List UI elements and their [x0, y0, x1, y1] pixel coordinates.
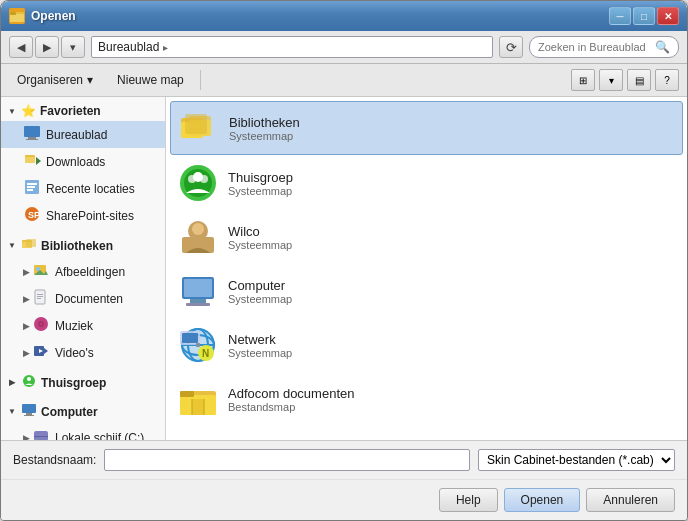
svg-rect-71	[192, 399, 204, 415]
file-item-thuisgroep[interactable]: Thuisgroep Systeemmap	[170, 157, 683, 209]
file-item-adfocom[interactable]: Adfocom documenten Bestandsmap	[170, 373, 683, 425]
filename-input[interactable]	[104, 449, 470, 471]
preview-pane-button[interactable]: ▤	[627, 69, 651, 91]
help-icon: ?	[664, 75, 670, 86]
window-title: Openen	[31, 9, 609, 23]
breadcrumb-bar[interactable]: Bureaublad ▸	[91, 36, 493, 58]
svg-rect-56	[190, 299, 206, 303]
open-button[interactable]: Openen	[504, 488, 581, 512]
maximize-button[interactable]: □	[633, 7, 655, 25]
svg-rect-44	[185, 114, 207, 134]
file-item-netwerk[interactable]: N Netwerk Systeemmap	[170, 319, 683, 371]
sidebar-item-label-downloads: Downloads	[46, 155, 105, 169]
sidebar-item-documenten[interactable]: ▶ Documenten	[1, 285, 165, 312]
new-folder-button[interactable]: Nieuwe map	[109, 68, 192, 92]
sidebar-item-lokale-schijf[interactable]: ▶ Lokale schijf (C:)	[1, 424, 165, 440]
toolbar: Organiseren ▾ Nieuwe map ⊞ ▾ ▤ ?	[1, 64, 687, 97]
file-item-computer[interactable]: Computer Systeemmap	[170, 265, 683, 317]
sidebar-item-afbeeldingen[interactable]: ▶ Afbeeldingen	[1, 258, 165, 285]
sidebar-item-downloads[interactable]: Downloads	[1, 148, 165, 175]
folder-file-icon	[178, 379, 218, 419]
sidebar-header-bibliotheken[interactable]: ▼ Bibliotheken	[1, 233, 165, 258]
pictures-icon	[32, 261, 50, 282]
file-name-thuisgroep: Thuisgroep	[228, 170, 293, 185]
sidebar-section-favorieten: ▼ ⭐ Favorieten Bureaublad Downloads	[1, 101, 165, 229]
svg-point-49	[193, 172, 203, 182]
network-file-icon: N	[178, 325, 218, 365]
help-button[interactable]: ?	[655, 69, 679, 91]
nav-buttons: ◀ ▶ ▾	[9, 36, 85, 58]
title-bar: Openen ─ □ ✕	[1, 1, 687, 31]
svg-rect-57	[186, 303, 210, 306]
svg-rect-64	[182, 333, 198, 343]
action-bar: Help Openen Annuleren	[1, 479, 687, 520]
file-info-bibliotheken: Bibliotheken Systeemmap	[229, 115, 300, 142]
forward-button[interactable]: ▶	[35, 36, 59, 58]
svg-rect-10	[27, 183, 37, 185]
preview-icon: ▤	[635, 75, 644, 86]
refresh-button[interactable]: ⟳	[499, 36, 523, 58]
sidebar-label-favorieten: Favorieten	[40, 104, 101, 118]
svg-rect-4	[28, 137, 36, 139]
svg-rect-2	[10, 12, 16, 15]
search-input[interactable]	[538, 41, 651, 53]
sidebar-item-muziek[interactable]: ▶ Muziek	[1, 312, 165, 339]
desktop-icon	[23, 124, 41, 145]
cancel-button[interactable]: Annuleren	[586, 488, 675, 512]
sidebar-item-label-sharepoint: SharePoint-sites	[46, 209, 134, 223]
svg-rect-65	[196, 343, 200, 347]
sidebar-item-videos[interactable]: ▶ Video's	[1, 339, 165, 366]
svg-text:N: N	[202, 348, 209, 359]
computer-icon-sidebar	[21, 402, 37, 421]
file-type-wilco: Systeemmap	[228, 239, 292, 251]
sidebar-section-thuisgroep: ▶ Thuisgroep	[1, 370, 165, 395]
svg-rect-23	[37, 294, 43, 295]
svg-rect-12	[27, 189, 33, 191]
file-name-adfocom: Adfocom documenten	[228, 386, 354, 401]
filetype-select[interactable]: Skin Cabinet-bestanden (*.cab) Alle best…	[478, 449, 675, 471]
file-type-computer: Systeemmap	[228, 293, 292, 305]
view-toggle-button[interactable]: ⊞	[571, 69, 595, 91]
organize-button[interactable]: Organiseren ▾	[9, 68, 101, 92]
breadcrumb-root: Bureaublad	[98, 40, 159, 54]
file-type-netwerk: Systeemmap	[228, 347, 292, 359]
svg-point-28	[40, 323, 42, 325]
sidebar-header-favorieten[interactable]: ▼ ⭐ Favorieten	[1, 101, 165, 121]
svg-point-33	[27, 377, 31, 381]
sidebar-item-bureaublad[interactable]: Bureaublad	[1, 121, 165, 148]
svg-marker-30	[44, 348, 48, 354]
close-button[interactable]: ✕	[657, 7, 679, 25]
view-icon: ⊞	[579, 75, 587, 86]
minimize-button[interactable]: ─	[609, 7, 631, 25]
file-name-wilco: Wilco	[228, 224, 292, 239]
file-item-bibliotheken[interactable]: Bibliotheken Systeemmap	[170, 101, 683, 155]
expand-icon-thuisgroep: ▶	[5, 376, 19, 390]
svg-rect-34	[22, 404, 36, 413]
search-bar: 🔍	[529, 36, 679, 58]
svg-rect-11	[27, 186, 35, 188]
sidebar-header-thuisgroep[interactable]: ▶ Thuisgroep	[1, 370, 165, 395]
svg-rect-1	[10, 14, 24, 22]
svg-rect-24	[37, 296, 43, 297]
view-dropdown-button[interactable]: ▾	[599, 69, 623, 91]
sidebar-section-bibliotheken: ▼ Bibliotheken ▶ Afbeeldingen ▶	[1, 233, 165, 366]
expand-documenten: ▶	[23, 294, 30, 304]
back-button[interactable]: ◀	[9, 36, 33, 58]
sidebar-item-recente-locaties[interactable]: Recente locaties	[1, 175, 165, 202]
svg-rect-37	[34, 431, 48, 440]
sidebar-item-label-bureaublad: Bureaublad	[46, 128, 107, 142]
sidebar-header-computer[interactable]: ▼ Computer	[1, 399, 165, 424]
filename-label: Bestandsnaam:	[13, 453, 96, 467]
file-item-wilco[interactable]: Wilco Systeemmap	[170, 211, 683, 263]
sidebar-item-sharepoint[interactable]: SP SharePoint-sites	[1, 202, 165, 229]
svg-rect-3	[24, 126, 40, 137]
toolbar-right: ⊞ ▾ ▤ ?	[571, 69, 679, 91]
svg-rect-55	[184, 279, 212, 297]
help-button-action[interactable]: Help	[439, 488, 498, 512]
search-icon: 🔍	[655, 40, 670, 54]
svg-marker-8	[36, 157, 41, 165]
history-dropdown-button[interactable]: ▾	[61, 36, 85, 58]
window-icon	[9, 8, 25, 24]
expand-icon-bibliotheken: ▼	[5, 239, 19, 253]
sidebar-label-computer: Computer	[41, 405, 98, 419]
